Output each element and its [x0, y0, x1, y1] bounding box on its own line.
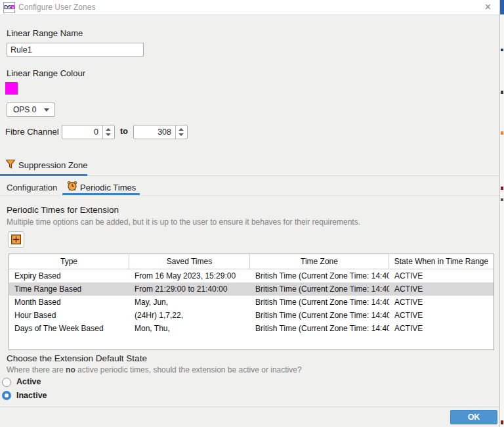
active-tab-underline: [62, 193, 140, 195]
fibre-from-spinner[interactable]: 0: [62, 125, 115, 139]
chevron-down-icon: [44, 108, 49, 112]
question-bold: no: [66, 365, 75, 374]
question-suffix: active periodic times, should the extens…: [75, 365, 302, 374]
to-label: to: [120, 127, 128, 136]
colour-swatch[interactable]: [5, 82, 18, 95]
cell-saved-times: From 21:29:00 to 21:40:00: [129, 282, 250, 296]
fibre-to-value: 308: [158, 125, 171, 139]
add-time-button[interactable]: [8, 231, 24, 248]
funnel-icon: [5, 159, 16, 169]
question-prefix: Where there are: [7, 365, 66, 374]
radio-inactive-label[interactable]: Inactive: [16, 391, 47, 400]
table-row[interactable]: Expiry Based From 16 May 2023, 15:29:00 …: [9, 269, 494, 282]
table-row[interactable]: Hour Based (24Hr) 1,7,22, British Time (…: [9, 309, 494, 322]
default-state-heading: Choose the Extension Default State: [7, 353, 147, 363]
radio-inactive[interactable]: [2, 391, 11, 400]
column-header-type[interactable]: Type: [9, 254, 129, 269]
cell-type: Expiry Based: [9, 269, 129, 282]
tab-configuration[interactable]: Configuration: [7, 183, 57, 192]
fibre-from-value: 0: [94, 125, 98, 139]
table-header: Type Saved Times Time Zone State When in…: [9, 254, 494, 269]
cell-type: Days of The Week Based: [9, 322, 129, 335]
periodic-times-heading: Periodic Times for Extension: [7, 205, 119, 215]
cell-state: ACTIVE: [389, 296, 494, 309]
tabs-divider: [0, 195, 499, 196]
spinner-down-icon[interactable]: [106, 133, 111, 136]
cell-time-zone: British Time (Current Zone Time: 14:40): [250, 282, 389, 296]
tab-periodic-times[interactable]: Periodic Times: [80, 183, 136, 192]
linear-range-name-label: Linear Range Name: [7, 28, 83, 38]
cell-saved-times: From 16 May 2023, 15:29:00: [129, 269, 250, 282]
background-speck: [501, 91, 503, 94]
cell-time-zone: British Time (Current Zone Time: 14:40): [250, 296, 389, 309]
ops-dropdown-value: OPS 0: [13, 103, 36, 116]
background-speck: [501, 131, 503, 135]
spinner-down-icon[interactable]: [178, 133, 184, 136]
cell-saved-times: May, Jun,: [129, 296, 250, 309]
footer-divider: [0, 407, 499, 407]
logo-text: B: [11, 4, 15, 11]
radio-active-label[interactable]: Active: [16, 377, 41, 386]
cell-time-zone: British Time (Current Zone Time: 14:40): [250, 269, 389, 282]
table-row[interactable]: Days of The Week Based Mon, Thu, British…: [9, 322, 494, 335]
cell-time-zone: British Time (Current Zone Time: 14:40): [250, 309, 389, 322]
column-header-time-zone[interactable]: Time Zone: [250, 254, 389, 269]
cell-state: ACTIVE: [389, 322, 494, 335]
ops-dropdown[interactable]: OPS 0: [7, 102, 55, 117]
periodic-times-description: Multiple time options can be added, but …: [7, 217, 360, 227]
table-row-selected[interactable]: Time Range Based From 21:29:00 to 21:40:…: [9, 282, 494, 296]
app-logo-icon: DSB: [3, 2, 15, 13]
radio-active[interactable]: [2, 378, 11, 387]
alarm-clock-icon: [67, 181, 77, 191]
close-icon[interactable]: ✕: [484, 0, 492, 14]
fibre-to-spinner[interactable]: 308: [133, 125, 188, 139]
column-header-saved-times[interactable]: Saved Times: [129, 254, 250, 269]
background-speck: [501, 198, 503, 201]
spinner-arrows: [102, 125, 114, 139]
fibre-channel-label: Fibre Channel: [5, 127, 59, 137]
background-speck: [501, 187, 503, 190]
spinner-arrows: [175, 125, 187, 139]
spinner-up-icon[interactable]: [106, 128, 111, 131]
background-window-titlebar: [500, 0, 504, 14]
cell-time-zone: British Time (Current Zone Time: 14:40): [250, 322, 389, 335]
cell-type: Time Range Based: [9, 282, 129, 296]
cell-saved-times: Mon, Thu,: [129, 322, 250, 335]
cell-type: Month Based: [9, 296, 129, 309]
cell-saved-times: (24Hr) 1,7,22,: [129, 309, 250, 322]
table-row[interactable]: Month Based May, Jun, British Time (Curr…: [9, 296, 494, 309]
window-title: Configure User Zones: [18, 0, 95, 14]
suppression-zone-underline: [0, 174, 87, 176]
background-speck: [501, 420, 503, 424]
plus-icon: [11, 235, 21, 244]
cell-state: ACTIVE: [389, 282, 494, 296]
column-header-state[interactable]: State When in Time Range: [389, 254, 494, 269]
linear-range-colour-label: Linear Range Colour: [7, 68, 85, 78]
title-bar: DSB Configure User Zones ✕: [0, 0, 499, 15]
cell-type: Hour Based: [9, 309, 129, 322]
logo-text: DS: [4, 4, 11, 11]
background-window-edge: [499, 0, 504, 427]
linear-range-name-input[interactable]: [7, 43, 144, 56]
cell-state: ACTIVE: [389, 309, 494, 322]
suppression-zone-label[interactable]: Suppression Zone: [18, 160, 88, 170]
default-state-question: Where there are no active periodic times…: [7, 365, 302, 374]
configure-user-zones-dialog: DSB Configure User Zones ✕ Linear Range …: [0, 0, 504, 427]
cell-state: ACTIVE: [389, 269, 494, 282]
periodic-times-table: Type Saved Times Time Zone State When in…: [9, 254, 494, 350]
spinner-up-icon[interactable]: [178, 128, 184, 131]
ok-button[interactable]: OK: [450, 410, 497, 424]
background-speck: [501, 49, 503, 51]
